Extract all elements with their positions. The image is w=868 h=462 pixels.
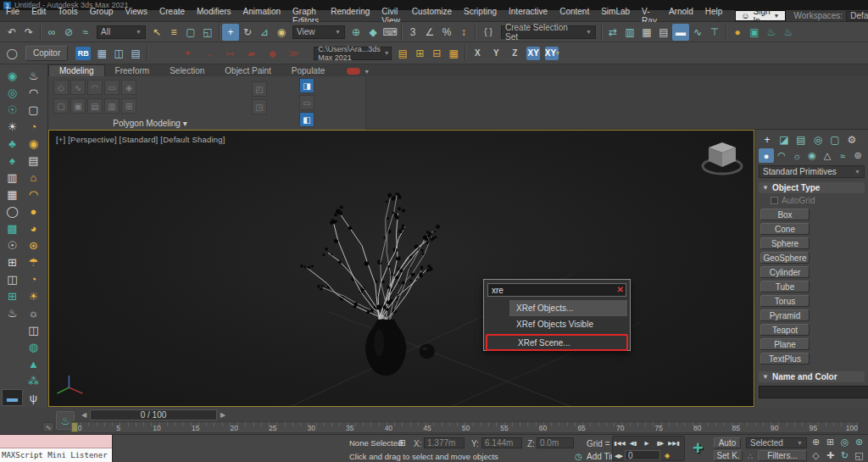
maximize-viewport-toggle-icon[interactable]: ◱ (852, 448, 866, 462)
time-slider-handle[interactable] (71, 422, 78, 432)
poly-tool-icon-12[interactable]: ◳ (252, 99, 267, 114)
active-tool-swatch[interactable]: ▬ (2, 389, 23, 406)
camera-icon[interactable]: ◉ (2, 67, 23, 84)
poly-blue-icon-2[interactable]: ◧ (299, 112, 314, 127)
mountain-icon[interactable]: ▲ (23, 355, 44, 372)
plugin-icon-2[interactable]: ◫ (110, 45, 127, 62)
render-production-icon[interactable]: ♨ (780, 24, 797, 41)
mirror-icon[interactable]: ⇄ (604, 24, 621, 41)
current-frame-field[interactable]: 0 (625, 450, 660, 460)
use-pivot-point-center-icon[interactable]: ⊕ (348, 24, 364, 41)
teapot-white-icon[interactable]: ♨ (2, 304, 23, 321)
lights-icon[interactable]: ☼ (789, 148, 804, 163)
select-and-manipulate-icon[interactable]: ◆ (364, 24, 381, 41)
hierarchy-tab-icon[interactable]: ▤ (793, 131, 810, 148)
spacer[interactable] (2, 355, 23, 372)
absolute-mode-toggle-icon[interactable]: ⊞ (398, 438, 405, 448)
material-editor-icon[interactable]: ● (729, 24, 746, 41)
result-xref-scene[interactable]: XRef Scene... (486, 334, 628, 351)
unlink-selection-icon[interactable]: ⊘ (60, 24, 77, 41)
next-frame-arrow[interactable]: ▶ (219, 411, 227, 419)
object-type-button[interactable]: Pyramid (760, 309, 810, 321)
copitor-button[interactable]: Copitor (25, 46, 68, 61)
autogrid-checkbox[interactable]: AutoGrid (771, 196, 865, 205)
sparkle-icon[interactable]: ☼ (23, 304, 44, 321)
sun-icon[interactable]: ☀ (23, 287, 44, 304)
result-xref-objects-visible[interactable]: XRef Objects Visible (484, 316, 630, 332)
schematic-view-icon[interactable]: ⊤ (706, 24, 723, 41)
dome-icon[interactable]: ◠ (23, 84, 44, 101)
web-icon[interactable]: ⊛ (23, 237, 44, 253)
bulb-icon[interactable]: ☉ (2, 237, 23, 253)
poly-tool-icon-9[interactable]: ▥ (104, 98, 120, 114)
spacer[interactable] (2, 372, 23, 389)
poly-tool-icon-3[interactable]: ◠ (87, 80, 103, 95)
render-setup-icon[interactable]: ▣ (746, 24, 763, 41)
previous-frame-button[interactable]: ◀▮ (626, 437, 640, 449)
restrict-xy-flyout-button[interactable]: XY? (545, 47, 559, 60)
space-warps-icon[interactable]: ≈ (835, 148, 850, 163)
civil-view-icon-4[interactable]: ▰ (242, 45, 259, 62)
go-to-start-button[interactable]: ▮◀◀ (613, 437, 626, 449)
select-and-place-icon[interactable]: ◉ (273, 24, 290, 41)
object-type-button[interactable]: Cylinder (760, 266, 810, 278)
poly-tool-icon-8[interactable]: ▤ (87, 98, 103, 114)
poly-tool-icon-10[interactable]: ⊞ (121, 98, 136, 114)
spacer[interactable] (2, 321, 23, 338)
sphere-icon[interactable]: ◍ (23, 338, 44, 355)
restrict-y-button[interactable]: Y (489, 47, 503, 60)
layer-explorer-icon[interactable]: ▤ (655, 24, 672, 41)
film-camera-icon[interactable]: ▤ (23, 152, 44, 169)
help-circle-icon[interactable]: ◯ (3, 45, 20, 62)
object-type-button[interactable]: Teapot (760, 324, 810, 336)
object-name-field[interactable] (759, 386, 868, 398)
ribbon-tab-selection[interactable]: Selection (159, 65, 214, 76)
object-type-button[interactable]: GeoSphere (760, 252, 810, 264)
go-to-end-button[interactable]: ▶▶▮ (667, 437, 681, 449)
zoom-all-icon[interactable]: ⊞ (823, 435, 837, 448)
rectangular-selection-region-icon[interactable]: ▢ (182, 24, 199, 41)
poly-tool-icon-11[interactable]: ◰ (252, 81, 267, 97)
window-crossing-toggle-icon[interactable]: ◱ (199, 24, 216, 41)
umbrella-icon[interactable]: ☂ (23, 253, 44, 270)
teapot-icon[interactable]: ♨ (23, 67, 44, 84)
angle-snap-toggle-icon[interactable]: ∠ (421, 24, 438, 41)
object-type-button[interactable]: Torus (760, 295, 810, 307)
key-filters-paw-icon[interactable]: ∴ (748, 452, 753, 461)
yellow-tool-icon-2[interactable]: ⊞ (411, 45, 428, 62)
shapes-icon[interactable]: ◠ (774, 148, 789, 163)
viewcube[interactable] (699, 136, 745, 178)
redo-icon[interactable]: ↷ (20, 24, 37, 41)
ribbon-tab-freeform[interactable]: Freeform (105, 65, 160, 76)
align-icon[interactable]: ▥ (621, 24, 638, 41)
select-by-name-icon[interactable]: ≡ (165, 24, 182, 41)
keyboard-shortcut-override-icon[interactable]: ⌨ (381, 24, 398, 41)
target-camera-icon[interactable]: ◎ (2, 84, 23, 101)
bind-to-space-warp-icon[interactable]: ≈ (77, 24, 94, 41)
monitor-icon[interactable]: ▢ (23, 101, 44, 118)
rendered-frame-window-icon[interactable]: ♨ (763, 24, 780, 41)
object-type-button[interactable]: Cone (760, 223, 810, 235)
listener-pane[interactable]: MAXScript Mini Listener (0, 448, 112, 462)
spinner-snap-toggle-icon[interactable]: ↕ (455, 24, 472, 41)
cube-icon[interactable]: ◫ (23, 321, 44, 338)
pine-tree-icon[interactable]: ♠ (2, 152, 23, 169)
select-and-scale-icon[interactable]: ⊿ (256, 24, 273, 41)
edit-named-selection-sets-icon[interactable]: { } (478, 24, 498, 41)
x-coord-field[interactable]: 1.377m (424, 437, 465, 448)
y-coord-field[interactable]: 6.144m (481, 437, 522, 448)
poly-gray-icon[interactable]: ▭ (299, 95, 314, 110)
result-xref-objects[interactable]: XRef Objects... (509, 300, 627, 316)
civil-view-icon-6[interactable]: ≫ (285, 45, 302, 62)
light-icon[interactable]: ☉ (2, 101, 23, 118)
maxscript-mini-listener[interactable]: MAXScript Mini Listener (0, 435, 113, 462)
perspective-viewport[interactable]: [+] [Perspective] [Standard] [Default Sh… (48, 130, 754, 407)
filters-button[interactable]: Filters... (758, 450, 807, 461)
ribbon-tab-populate[interactable]: Populate (281, 65, 335, 76)
hand-screen-icon[interactable]: ◔ (23, 118, 44, 135)
chevron-down-icon[interactable]: ▼ (364, 69, 370, 75)
bell-icon[interactable]: ◔ (23, 270, 44, 287)
motion-tab-icon[interactable]: ◎ (810, 131, 826, 148)
ribbon-tab-modeling[interactable]: Modeling (48, 64, 105, 76)
poly-tool-icon-5[interactable]: ◈ (121, 80, 136, 95)
